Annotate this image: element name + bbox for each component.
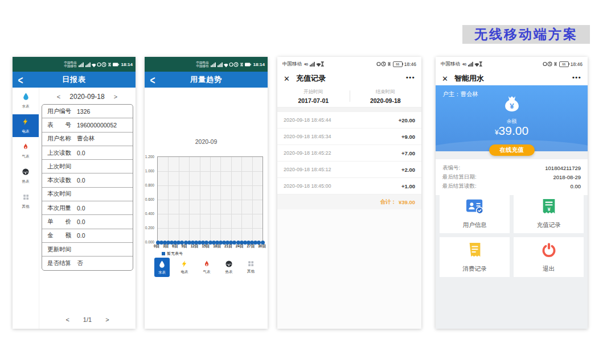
next-page-button[interactable]: > — [105, 316, 109, 323]
form-row[interactable]: 上次时间 — [42, 159, 133, 173]
y-tick-label: 1.200 — [145, 155, 154, 159]
more-menu-icon[interactable]: ••• — [406, 74, 415, 83]
sidebar-item-label: 热表 — [22, 179, 30, 184]
tab-water[interactable]: 水表 — [154, 258, 170, 277]
form-row-value: 196000000052 — [77, 122, 117, 129]
card-label: 消费记录 — [463, 265, 487, 273]
start-date-picker[interactable]: 开始时间 2017-07-01 — [277, 85, 350, 107]
sidebar-item-label: 水表 — [22, 104, 30, 109]
tab-gas[interactable]: 气表 — [199, 258, 214, 276]
page-title: 智能用水 — [454, 73, 484, 84]
user-info-card[interactable]: 用户信息 — [440, 193, 510, 233]
info-row: 最后结算日期:2018-08-29 — [442, 172, 581, 181]
close-icon[interactable]: ✕ — [284, 75, 290, 83]
form-row[interactable]: 本次读数0.0 — [42, 173, 133, 187]
status-bar: 中国移动 4G 66 18:46 — [277, 57, 421, 72]
filter-divider — [350, 90, 350, 102]
form-row-value: 曹会林 — [77, 135, 95, 143]
x-tick-label: 27日 — [247, 244, 255, 249]
more-menu-icon[interactable]: ••• — [572, 74, 581, 83]
form-row[interactable]: 表 号196000000052 — [42, 118, 133, 131]
online-recharge-button[interactable]: 在线充值 — [489, 144, 535, 156]
record-amount: +20.00 — [399, 117, 415, 123]
water-meter-icon — [22, 92, 30, 103]
record-time: 2020-09-18 18:45:22 — [284, 150, 331, 156]
close-icon[interactable]: ✕ — [442, 75, 448, 83]
electric-meter-icon — [181, 260, 188, 268]
form-row[interactable]: 本次用量0.0 — [42, 201, 133, 214]
recharge-records-card[interactable]: ¥充值记录 — [514, 193, 584, 233]
title-bar: < 用量趋势 — [145, 72, 268, 88]
record-amount: +1.00 — [401, 183, 415, 189]
end-date-picker[interactable]: 结束时间 2020-09-18 — [350, 85, 422, 107]
recharge-record-row[interactable]: 2020-09-18 18:45:12+2.00 — [277, 162, 421, 178]
form-row-label: 用户编号 — [47, 107, 71, 115]
form-row-label: 上次时间 — [47, 163, 71, 171]
next-day-button[interactable]: > — [114, 93, 117, 100]
record-amount: +9.00 — [401, 134, 415, 140]
page-title: 用量趋势 — [190, 75, 222, 85]
record-amount: +2.00 — [401, 167, 415, 173]
daily-report-form: 用户编号1326表 号196000000052用户名称曹会林上次读数0.0上次时… — [42, 104, 133, 271]
logout-card[interactable]: 退出 — [514, 237, 584, 277]
form-row[interactable]: 是否结算否 — [42, 256, 133, 270]
balance-card: 户主：曹会林 ¥ 余额 ¥39.00 — [436, 85, 588, 151]
current-date[interactable]: 2020-09-18 — [69, 93, 104, 101]
title-bar: < 日报表 — [13, 72, 136, 88]
sidebar-item-electric[interactable]: 电表 — [13, 114, 39, 137]
svg-text:¥: ¥ — [510, 102, 514, 110]
sidebar-item-other[interactable]: 其他 — [13, 189, 39, 212]
y-tick-label: 0.800 — [145, 183, 154, 187]
sidebar-item-heat[interactable]: 热表 — [13, 164, 39, 187]
status-icons — [79, 61, 120, 68]
record-amount: +7.00 — [401, 150, 415, 156]
form-row-value: 0.0 — [77, 150, 85, 156]
recharge-record-list: 2020-09-18 18:45:44+20.002020-09-18 18:4… — [277, 112, 421, 195]
sidebar-item-water[interactable]: 水表 — [13, 89, 39, 112]
phone-daily-report: 中国电信 中国移动 18:14 < 日报表 水表电表气表热表其他 < 2020-… — [13, 57, 136, 329]
y-tick-label: 0.200 — [145, 226, 154, 230]
battery-icon: 66 — [559, 61, 569, 67]
gridline-horizontal — [158, 214, 263, 214]
form-row[interactable]: 本次时间 — [42, 187, 133, 201]
form-row[interactable]: 单 价0.0 — [42, 214, 133, 228]
x-tick-label: 24日 — [236, 244, 244, 249]
form-row[interactable]: 更新时间 — [42, 242, 133, 256]
y-tick-label: 0.000 — [145, 240, 154, 244]
form-row[interactable]: 用户名称曹会林 — [42, 132, 133, 146]
info-value: 101804211729 — [545, 165, 581, 171]
meter-type-tabs: 水表电表气表热表其他 — [145, 258, 268, 277]
recharge-record-row[interactable]: 2020-09-18 18:45:34+9.00 — [277, 129, 421, 145]
form-row-value: 1326 — [77, 108, 90, 115]
prev-day-button[interactable]: < — [57, 93, 60, 100]
back-button[interactable]: < — [150, 73, 155, 86]
consume-records-card[interactable]: 消费记录 — [440, 237, 510, 277]
y-tick-label: 0.600 — [145, 197, 154, 201]
sidebar-item-gas[interactable]: 气表 — [13, 139, 39, 162]
signal-wifi-icons — [310, 61, 325, 68]
x-tick-label: 30日 — [258, 244, 266, 249]
status-left: 中国移动 4G — [282, 61, 325, 68]
prev-page-button[interactable]: < — [65, 316, 69, 323]
form-row[interactable]: 金 额0.0 — [42, 229, 133, 242]
logout-icon — [540, 242, 557, 261]
back-button[interactable]: < — [18, 73, 23, 86]
form-row[interactable]: 上次读数0.0 — [42, 146, 133, 159]
record-time: 2020-09-18 18:45:34 — [284, 134, 331, 139]
info-label: 最后结算日期: — [442, 173, 477, 181]
form-row[interactable]: 用户编号1326 — [42, 105, 133, 118]
tab-heat[interactable]: 热表 — [222, 258, 236, 276]
recharge-record-row[interactable]: 2020-09-18 18:45:00+1.00 — [277, 178, 421, 195]
recharge-record-row[interactable]: 2020-09-18 18:45:22+7.00 — [277, 145, 421, 162]
tab-other[interactable]: 其他 — [244, 258, 258, 276]
misc-status-icons — [376, 61, 391, 68]
tab-electric[interactable]: 电表 — [177, 258, 192, 276]
phone-recharge-records: 中国移动 4G 66 18:46 ✕ 充值记录 ••• 开始时间 2017-07… — [277, 57, 421, 329]
form-row-label: 用户名称 — [47, 135, 71, 143]
recharge-record-row[interactable]: 2020-09-18 18:45:44+20.00 — [277, 112, 421, 129]
tab-label: 热表 — [225, 270, 233, 275]
status-bar: 中国电信 中国移动 18:14 — [145, 57, 268, 72]
user-info-icon — [465, 198, 485, 217]
y-tick-label: 1.000 — [145, 169, 154, 173]
status-right: 66 18:46 — [376, 61, 416, 68]
